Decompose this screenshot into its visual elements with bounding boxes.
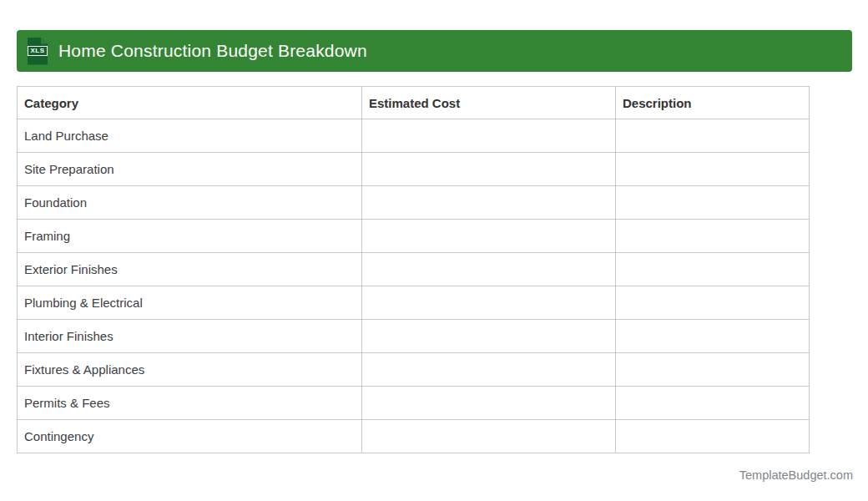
category-cell: Fixtures & Appliances — [18, 353, 362, 387]
description-cell — [616, 320, 810, 353]
table-row: Interior Finishes — [18, 320, 810, 353]
page-title: Home Construction Budget Breakdown — [58, 41, 367, 61]
table-row: Plumbing & Electrical — [18, 286, 810, 320]
xls-icon-fold — [41, 38, 48, 44]
description-cell — [616, 119, 810, 153]
description-cell — [616, 253, 810, 286]
category-cell: Interior Finishes — [18, 320, 362, 353]
category-cell: Contingency — [18, 420, 362, 453]
column-header-category: Category — [18, 87, 362, 119]
estimated-cost-cell — [362, 286, 616, 320]
column-header-estimated-cost: Estimated Cost — [362, 87, 616, 119]
estimated-cost-cell — [362, 186, 616, 220]
xls-file-icon: XLS — [28, 38, 48, 65]
estimated-cost-cell — [362, 387, 616, 420]
category-cell: Plumbing & Electrical — [18, 286, 362, 320]
description-cell — [616, 220, 810, 253]
xls-icon-label: XLS — [28, 46, 47, 56]
budget-table: CategoryEstimated CostDescription Land P… — [17, 86, 810, 453]
table-row: Framing — [18, 220, 810, 253]
table-row: Land Purchase — [18, 119, 810, 153]
table-body: Land PurchaseSite PreparationFoundationF… — [18, 119, 810, 453]
estimated-cost-cell — [362, 153, 616, 186]
estimated-cost-cell — [362, 119, 616, 153]
table-row: Contingency — [18, 420, 810, 453]
description-cell — [616, 420, 810, 453]
estimated-cost-cell — [362, 320, 616, 353]
estimated-cost-cell — [362, 420, 616, 453]
estimated-cost-cell — [362, 353, 616, 387]
table-row: Fixtures & Appliances — [18, 353, 810, 387]
table-row: Permits & Fees — [18, 387, 810, 420]
watermark: TemplateBudget.com — [739, 468, 853, 482]
description-cell — [616, 186, 810, 220]
category-cell: Site Preparation — [18, 153, 362, 186]
table-row: Foundation — [18, 186, 810, 220]
title-bar: XLS Home Construction Budget Breakdown — [17, 30, 852, 72]
category-cell: Exterior Finishes — [18, 253, 362, 286]
description-cell — [616, 387, 810, 420]
description-cell — [616, 153, 810, 186]
table-row: Site Preparation — [18, 153, 810, 186]
table-row: Exterior Finishes — [18, 253, 810, 286]
category-cell: Framing — [18, 220, 362, 253]
table-header-row: CategoryEstimated CostDescription — [18, 87, 810, 119]
description-cell — [616, 353, 810, 387]
column-header-description: Description — [616, 87, 810, 119]
estimated-cost-cell — [362, 253, 616, 286]
category-cell: Land Purchase — [18, 119, 362, 153]
category-cell: Permits & Fees — [18, 387, 362, 420]
category-cell: Foundation — [18, 186, 362, 220]
estimated-cost-cell — [362, 220, 616, 253]
description-cell — [616, 286, 810, 320]
